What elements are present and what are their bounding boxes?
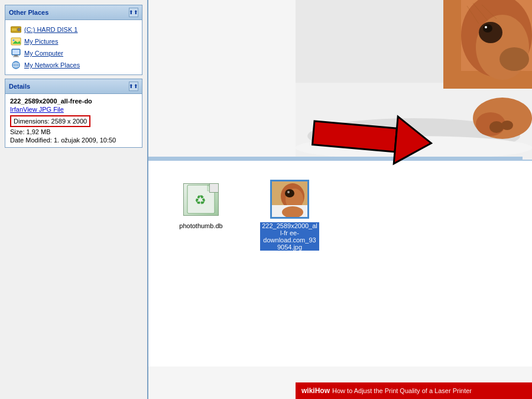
wiki-text: wiki [301,387,315,395]
files-container: ♻ photothumb.db [148,161,532,262]
svg-point-1 [18,28,21,31]
svg-point-43 [287,191,290,193]
wikihow-footer: wikiHow How to Adjust the Print Quality … [296,382,532,399]
details-filename: 222_2589x2000_all-free-do [10,98,137,105]
pictures-icon [10,37,22,46]
photothumb-label: photothumb.db [179,222,222,229]
svg-point-23 [485,26,487,28]
details-size: Size: 1,92 MB [10,128,137,135]
file-item-jpg[interactable]: 222_2589x2000_all-fr ee-download.com_93 … [260,179,319,251]
wikihow-logo: wikiHow [301,387,330,395]
details-header[interactable]: Details ⬆⬆ [5,79,142,94]
mycomputer-label: My Computer [24,50,63,57]
details-panel: Details ⬆⬆ 222_2589x2000_all-free-do Irf… [5,79,142,148]
jpg-label: 222_2589x2000_all-fr ee-download.com_93 … [260,222,319,251]
svg-rect-2 [12,28,17,31]
svg-point-24 [499,47,529,71]
mypictures-label: My Pictures [24,38,58,45]
sidebar-item-mycomputer[interactable]: My Computer [8,47,140,59]
svg-point-22 [483,24,492,33]
svg-rect-7 [12,50,20,54]
sidebar-item-mynetwork[interactable]: My Network Places [8,59,140,71]
svg-point-29 [296,136,532,160]
main-content: ♻ photothumb.db [148,0,532,399]
details-filetype: IrfanView JPG File [10,106,137,113]
db-file-icon: ♻ [183,183,219,216]
details-body: 222_2589x2000_all-free-do IrfanView JPG … [5,94,142,147]
other-places-body: (C:) HARD DISK 1 My Pictures [5,20,142,74]
svg-marker-36 [207,185,213,191]
sidebar-item-mypictures[interactable]: My Pictures [8,35,140,47]
file-icon-jpg-wrapper [269,179,310,220]
jpg-file-icon [270,180,309,219]
details-collapse-btn[interactable]: ⬆⬆ [129,82,138,91]
file-icon-db-wrapper: ♻ [180,179,222,220]
file-item-photothumb[interactable]: ♻ photothumb.db [171,179,231,229]
svg-point-28 [501,121,513,130]
details-date: Date Modified: 1. ožujak 2009, 10:50 [10,137,137,144]
computer-icon [10,48,22,58]
svg-rect-9 [13,56,19,57]
other-places-title: Other Places [9,9,48,16]
svg-text:♻: ♻ [194,193,206,207]
sidebar: Other Places ⬆⬆ (C:) HARD DISK 1 [0,0,148,399]
other-places-panel: Other Places ⬆⬆ (C:) HARD DISK 1 [5,5,142,75]
sidebar-divider [147,0,148,399]
details-title: Details [9,83,30,90]
sidebar-item-harddisk[interactable]: (C:) HARD DISK 1 [8,24,140,35]
harddisk-label: (C:) HARD DISK 1 [24,26,77,33]
svg-rect-8 [14,55,18,56]
other-places-collapse-btn[interactable]: ⬆⬆ [129,8,138,17]
hdd-icon [10,25,22,34]
other-places-header[interactable]: Other Places ⬆⬆ [5,5,142,20]
mynetwork-label: My Network Places [24,61,80,69]
svg-point-4 [13,40,15,41]
dog-photo [296,0,532,160]
network-icon [10,60,22,70]
how-text: How [315,387,330,395]
svg-point-42 [285,189,294,197]
wikihow-article-title: How to Adjust the Print Quality of a Las… [332,387,472,394]
svg-point-21 [479,22,502,43]
svg-point-27 [489,121,504,133]
details-dimensions: Dimensions: 2589 x 2000 [10,115,90,127]
file-area: ♻ photothumb.db [148,160,532,366]
